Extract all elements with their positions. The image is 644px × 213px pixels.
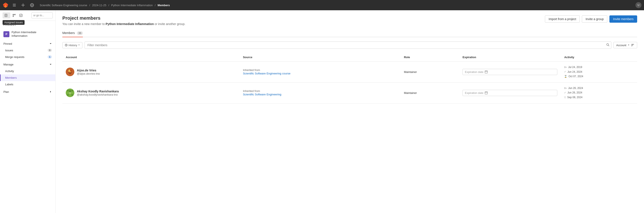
member-username-2: @akshay.koodlyravishankara-tno — [77, 93, 119, 96]
sidebar-item-labels[interactable]: Labels — [0, 81, 55, 88]
svg-rect-36 — [485, 92, 488, 94]
sidebar-project-info: P Python Intermediate Inflammation — [0, 29, 55, 40]
user-avatar[interactable]: U — [636, 2, 642, 8]
sort-label: Account — [616, 44, 626, 47]
merge-requests-icon-btn[interactable] — [11, 13, 17, 18]
sidebar-toggle-btn[interactable] — [11, 2, 18, 8]
plan-section-toggle[interactable]: Plan — [0, 89, 55, 95]
col-activity: Activity — [561, 53, 637, 62]
activity-row-2a: 8+ Jun 26, 2024 — [564, 86, 634, 91]
sidebar-item-merge-requests[interactable]: Merge requests 1 — [0, 54, 55, 60]
sort-dropdown-btn[interactable]: Account — [614, 42, 637, 48]
history-chevron-icon — [78, 44, 80, 46]
search-icon-btn[interactable] — [606, 43, 610, 47]
member-avatar-2 — [66, 89, 74, 97]
top-right: U — [636, 2, 642, 8]
source-prefix-1: Inherited from — [243, 68, 397, 72]
sort-chevron-icon — [628, 44, 630, 46]
member-text-2: Akshay Koodly Ravishankara @akshay.koodl… — [77, 90, 119, 96]
source-prefix-2: Inherited from — [243, 89, 397, 93]
svg-point-14 — [607, 44, 608, 46]
assigned-issues-btn[interactable] — [2, 13, 10, 18]
svg-rect-6 — [5, 14, 7, 17]
member-activity-cell-2: 8+ Jun 26, 2024 ✓ Jun 26, 2024 ▽ Sep 08,… — [561, 82, 637, 103]
breadcrumb-current: Members — [158, 4, 170, 7]
labels-label: Labels — [5, 83, 13, 86]
activity-icon-2b: ✓ — [564, 91, 566, 95]
activity-date-2a: Jun 26, 2024 — [568, 86, 583, 91]
member-source-cell-1: Inherited from Scientific Software Engin… — [240, 62, 400, 83]
activity-date-1b: Jun 24, 2024 — [567, 70, 582, 74]
filter-bar: History Account — [62, 42, 637, 49]
member-activity-cell-1: 8+ Jul 24, 2019 ✓ Jun 24, 2024 ⌛ Oct 07,… — [561, 62, 637, 83]
activity-row-2c: ▽ Sep 08, 2024 — [564, 95, 634, 100]
sidebar-item-members[interactable]: Members — [0, 74, 55, 81]
svg-rect-2 — [13, 6, 16, 7]
goto-input[interactable] — [32, 13, 53, 18]
member-expiry-cell-1: Expiration date — [459, 62, 561, 83]
col-account: Account — [62, 53, 240, 62]
svg-point-32 — [67, 94, 69, 96]
search-icon — [606, 43, 610, 47]
expiry-input-1[interactable]: Expiration date — [462, 69, 557, 75]
sidebar-item-activity[interactable]: Activity — [0, 68, 55, 74]
svg-point-33 — [71, 94, 73, 96]
pinned-section-toggle[interactable]: Pinned — [0, 40, 55, 47]
activity-row-2b: ✓ Jun 26, 2024 — [564, 90, 634, 95]
avatar-globe-btn[interactable] — [28, 2, 36, 9]
svg-rect-25 — [485, 71, 488, 73]
expiry-input-2[interactable]: Expiration date — [462, 90, 557, 96]
member-name-1: Aijse.de Vries — [77, 69, 100, 72]
breadcrumb-link-2[interactable]: 2024-11-25 — [92, 4, 106, 7]
assigned-issues-tooltip: Assigned issues — [2, 20, 24, 25]
import-from-project-button[interactable]: Import from a project — [545, 16, 580, 23]
activity-icon-1a: 8+ — [564, 65, 567, 70]
table-row: Akshay Koodly Ravishankara @akshay.koodl… — [62, 82, 637, 103]
chevron-down-icon-2 — [49, 63, 52, 66]
new-tab-btn[interactable] — [20, 2, 26, 8]
plan-label: Plan — [4, 90, 9, 93]
sidebar-item-issues[interactable]: Issues 0 — [0, 47, 55, 54]
project-name: Python Intermediate Inflammation — [12, 31, 52, 38]
activity-date-1a: Jul 24, 2019 — [568, 65, 582, 70]
calendar-icon-2 — [485, 91, 488, 94]
activity-label: Activity — [5, 70, 14, 73]
activity-date-1c: Oct 07, 2024 — [568, 74, 583, 79]
chevron-right-icon — [49, 90, 52, 93]
members-tab-count: 36 — [77, 32, 83, 35]
manage-section-toggle[interactable]: Manage — [0, 61, 55, 68]
svg-point-10 — [13, 16, 14, 17]
svg-point-24 — [70, 71, 71, 73]
expiry-placeholder-2: Expiration date — [465, 91, 484, 95]
member-source-cell-2: Inherited from Scientific Software Engin… — [240, 82, 400, 103]
filter-history-btn[interactable]: History — [62, 42, 82, 48]
col-expiration: Expiration — [459, 53, 561, 62]
source-link-2[interactable]: Scientific Software Engineering — [243, 93, 282, 96]
activity-icon-2a: 8+ — [564, 86, 567, 90]
tab-members[interactable]: Members 36 — [62, 29, 83, 37]
activity-date-2b: Jun 26, 2024 — [567, 90, 582, 95]
expiry-placeholder-1: Expiration date — [465, 70, 484, 74]
invite-group-button[interactable]: Invite a group — [582, 16, 607, 23]
role-badge-1: Maintainer — [404, 70, 417, 74]
svg-line-15 — [608, 45, 609, 46]
activity-row-1b: ✓ Jun 24, 2024 — [564, 70, 634, 74]
sidebar-section-manage: Manage Activity Members Labels — [0, 61, 55, 88]
member-account-cell-2: Akshay Koodly Ravishankara @akshay.koodl… — [62, 82, 240, 103]
main-layout: Assigned issues Project P Python Interme… — [0, 10, 644, 213]
invite-members-button[interactable]: Invite members — [610, 16, 637, 23]
logo[interactable] — [2, 2, 8, 8]
filter-members-input[interactable] — [84, 42, 611, 49]
breadcrumb-link-3[interactable]: Python Intermediate Inflammation — [111, 4, 153, 7]
source-link-1[interactable]: Scientific Software Engineering course — [243, 72, 290, 75]
page-title: Project members — [62, 16, 185, 21]
role-badge-2: Maintainer — [404, 91, 417, 95]
calendar-icon-1 — [485, 70, 488, 73]
todo-icon-btn[interactable] — [18, 13, 24, 18]
member-text-1: Aijse.de Vries @aijse.devries-tno — [77, 69, 100, 75]
merge-requests-label: Merge requests — [5, 55, 24, 59]
breadcrumb-link-1[interactable]: Scientific Software Engineering course — [40, 4, 87, 7]
pinned-label: Pinned — [4, 42, 12, 45]
page-actions: Import from a project Invite a group Inv… — [545, 16, 637, 23]
member-name-2: Akshay Koodly Ravishankara — [77, 90, 119, 93]
